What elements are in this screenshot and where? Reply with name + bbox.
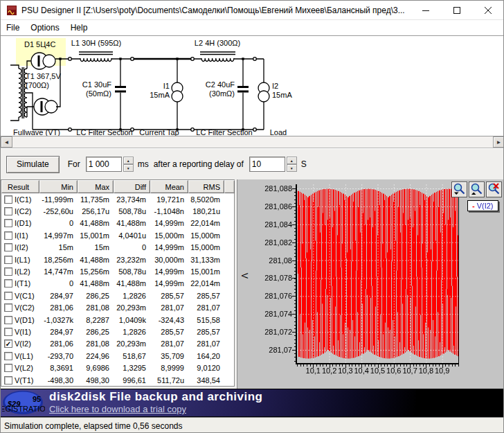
result-name: I(T1) [15, 279, 30, 288]
up-arrow-icon[interactable]: ▲ [123, 157, 134, 164]
menu-file[interactable]: File [1, 21, 25, 35]
title-bar: PSU Designer II [Z:\Users\poty\Documents… [1, 1, 503, 20]
table-row: V(T1)-498,30498,30996,61511,72u348,54 [1, 374, 234, 386]
menu-help[interactable]: Help [65, 21, 93, 35]
duration-stepper[interactable]: ▲▼ [123, 157, 134, 172]
result-checkbox[interactable] [4, 195, 12, 204]
result-value: 281,07 [150, 303, 188, 312]
simulation-toolbar: Simulate For ▲▼ ms after a reporting del… [1, 148, 504, 179]
minimize-button[interactable] [410, 1, 441, 19]
results-table: Result Min Max Diff Mean RMS I(C1)-11,99… [1, 179, 235, 387]
result-checkbox[interactable] [4, 207, 12, 215]
result-value: 9,0120 [188, 364, 224, 372]
result-value: -498,30 [39, 376, 78, 385]
result-checkbox[interactable] [4, 328, 12, 336]
result-value: -252,60u [39, 207, 78, 215]
for-label: For [68, 159, 80, 169]
capacitor-c1[interactable] [115, 59, 126, 130]
result-value: 284,97 [39, 292, 78, 300]
result-value: 0 [39, 279, 78, 288]
result-checkbox[interactable] [4, 219, 12, 227]
delay-input[interactable] [249, 157, 285, 172]
down-arrow-icon[interactable]: ▼ [123, 164, 134, 172]
result-name: V(L2) [15, 364, 33, 372]
result-value: 14,999m [150, 267, 188, 276]
table-row: V(I1)284,97286,251,2826285,57285,57 [1, 326, 234, 337]
result-checkbox[interactable] [4, 267, 12, 276]
result-name: V(I1) [15, 328, 31, 336]
label-l1: L1 30H (595Ω) [71, 39, 121, 47]
result-value: 11,735m [78, 195, 114, 204]
down-arrow-icon[interactable]: ▼ [287, 164, 297, 172]
header-rms[interactable]: RMS [188, 180, 224, 193]
result-value: 511,72u [150, 376, 188, 385]
up-arrow-icon[interactable]: ▲ [287, 157, 297, 164]
result-value: 256,17u [78, 207, 114, 215]
transformer-t1[interactable] [10, 61, 34, 130]
result-checkbox[interactable] [4, 256, 12, 264]
result-value: 4,0401u [114, 231, 150, 240]
table-row: I(I1)14,997m15,001m4,0401u15,000m15,000m [1, 229, 234, 241]
ad-download-link[interactable]: Click here to download a trial copy [49, 404, 262, 415]
delay-label: after a reporting delay of [154, 159, 244, 169]
y-tick-label: 281,088 [237, 184, 292, 193]
y-tick-label: 281,08 [237, 256, 292, 265]
horizontal-scrollbar[interactable]: ◄ ► [1, 136, 504, 148]
result-checkbox[interactable] [4, 303, 12, 312]
result-value: 41,488m [78, 279, 114, 288]
result-checkbox[interactable] [4, 243, 12, 251]
result-value: 286,25 [78, 292, 114, 300]
result-value: 41,488m [78, 256, 114, 264]
chart-zoom-out-button[interactable] [451, 182, 467, 197]
close-button[interactable] [472, 1, 503, 19]
table-row: I(L1)18,256m41,488m23,232m30,000m31,133m [1, 254, 234, 265]
chart-zoom-in-button[interactable] [469, 182, 485, 197]
result-value: 508,78u [114, 267, 150, 276]
result-checkbox[interactable] [4, 316, 12, 324]
section-label-load: Load [270, 128, 287, 136]
result-checkbox[interactable] [4, 352, 12, 360]
header-max[interactable]: Max [78, 180, 114, 193]
label-c1-value: C1 30uF [82, 80, 111, 89]
result-checkbox[interactable] [4, 279, 12, 288]
result-name: V(C2) [15, 303, 35, 312]
result-value: 286,25 [78, 328, 114, 336]
result-value: 30,000m [150, 256, 188, 264]
scroll-right-button[interactable]: ► [493, 136, 504, 148]
duration-input[interactable] [86, 157, 122, 172]
simulate-button[interactable]: Simulate [6, 156, 60, 173]
result-checkbox[interactable] [4, 292, 12, 300]
result-value: 15,000m [150, 231, 188, 240]
delay-unit-label: S [301, 159, 307, 169]
capacitor-c2[interactable] [237, 59, 249, 130]
result-value: 1,2826 [114, 328, 150, 336]
maximize-button[interactable] [441, 1, 472, 19]
ad-banner[interactable]: $29 95 REGISTRATION disk2disk File backu… [1, 389, 504, 417]
header-diff[interactable]: Diff [114, 180, 150, 193]
badge-caption: REGISTRATION [2, 405, 45, 413]
chart-zoom-reset-button[interactable] [486, 182, 502, 197]
inductor-l1[interactable] [79, 52, 113, 62]
result-value: 8,5020m [188, 195, 224, 204]
y-tick-label: 281,084 [237, 220, 292, 229]
section-label-current-tap: Current Tap [139, 128, 179, 136]
header-result[interactable]: Result [1, 180, 39, 193]
delay-stepper[interactable]: ▲▼ [287, 157, 297, 172]
circuit-canvas[interactable]: D1 5Ц4C T1 367,5V (700Ω) L1 30H (595Ω) L… [1, 35, 504, 136]
chart-canvas [286, 182, 462, 373]
scroll-left-button[interactable]: ◄ [1, 136, 12, 148]
menu-options[interactable]: Options [25, 21, 64, 35]
header-mean[interactable]: Mean [150, 180, 188, 193]
section-label-lc1: LC Filter Section [76, 128, 132, 136]
header-min[interactable]: Min [39, 180, 78, 193]
load-i2[interactable] [258, 59, 269, 130]
result-checkbox[interactable] [4, 376, 12, 385]
current-source-i1[interactable] [172, 59, 183, 130]
result-value: 285,57 [188, 292, 224, 300]
result-checkbox[interactable] [4, 231, 12, 240]
y-tick-label: 281,076 [237, 292, 292, 300]
result-checkbox[interactable] [4, 364, 12, 372]
inductor-l2[interactable] [200, 52, 235, 62]
result-value: 281,07 [188, 303, 224, 312]
result-checkbox[interactable]: ✓ [4, 339, 12, 348]
